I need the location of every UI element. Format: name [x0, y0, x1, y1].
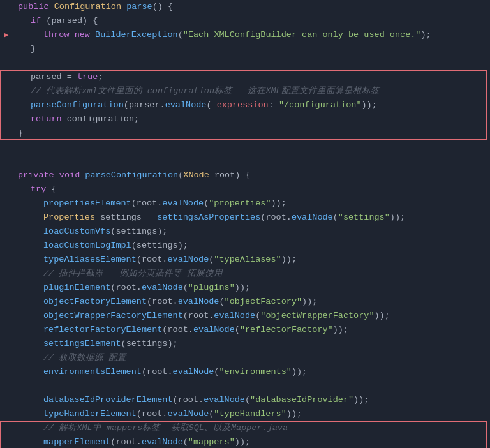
- code-text: if (parsed) {: [13, 14, 98, 28]
- code-text: throw new BuilderException("Each XMLConf…: [13, 28, 431, 42]
- token-fn: evalNode: [142, 283, 183, 292]
- token-plain: [209, 170, 214, 180]
- token-plain: (: [183, 437, 188, 447]
- code-line: [0, 154, 490, 168]
- token-str: "settings": [338, 213, 390, 222]
- code-line: typeAliasesElement(root.evalNode("typeAl…: [0, 253, 490, 267]
- token-plain: (: [333, 213, 338, 222]
- code-text: pluginElement(root.evalNode("plugins"));: [13, 281, 250, 295]
- code-text: }: [13, 126, 23, 140]
- code-text: objectFactoryElement(root.evalNode("obje…: [13, 295, 317, 309]
- token-plain: ));: [375, 311, 390, 320]
- code-line: private void parseConfiguration(XNode ro…: [0, 168, 490, 183]
- token-str: "objectFactory": [225, 297, 302, 306]
- token-str: "mappers": [188, 437, 235, 447]
- token-str: "Each XMLConfigBuilder can only be used …: [183, 30, 421, 40]
- token-plain: ));: [281, 255, 297, 264]
- token-plain: =: [142, 213, 157, 222]
- code-text: parseConfiguration(parser.evalNode( expr…: [13, 98, 377, 112]
- code-line: environmentsElement(root.evalNode("envir…: [0, 365, 490, 379]
- token-fn: mapperElement: [43, 437, 110, 447]
- token-kw: new: [75, 30, 90, 40]
- token-plain: settings: [100, 213, 142, 222]
- token-plain: (: [219, 297, 224, 306]
- token-plain: :: [269, 100, 279, 110]
- token-plain: parser.: [129, 100, 165, 110]
- code-line: parseConfiguration(parser.evalNode( expr…: [0, 98, 490, 112]
- token-plain: (: [124, 100, 129, 110]
- token-fn: evalNode: [178, 297, 219, 306]
- token-plain: }: [18, 128, 23, 138]
- token-kw: if: [31, 16, 41, 26]
- token-plain: (root.: [183, 311, 214, 320]
- code-line: // 代表解析xml文件里面的 configuration标签 这在XML配置文…: [0, 84, 490, 98]
- token-plain: [121, 2, 126, 11]
- token-kw: return: [31, 114, 62, 124]
- token-plain: [90, 30, 95, 40]
- code-line: return configuration;: [0, 112, 490, 126]
- code-line: Properties settings = settingsAsProperti…: [0, 211, 490, 225]
- code-text: return configuration;: [13, 112, 139, 126]
- token-fn: databaseIdProviderElement: [43, 395, 173, 405]
- token-fn: BuilderException: [95, 30, 178, 40]
- token-plain: );: [420, 30, 431, 40]
- code-text: parsed = true;: [13, 70, 103, 84]
- code-text: environmentsElement(root.evalNode("envir…: [13, 365, 307, 379]
- code-line: loadCustomVfs(settings);: [0, 225, 490, 239]
- code-line: }: [0, 126, 490, 140]
- code-text: public Configuration parse() {: [13, 0, 173, 14]
- token-kw: public: [18, 2, 49, 11]
- code-line: parsed = true;: [0, 70, 490, 84]
- token-plain: (: [41, 16, 51, 26]
- token-plain: {: [46, 184, 56, 194]
- token-str: "environments": [219, 367, 291, 377]
- code-editor: public Configuration parse() {if (parsed…: [0, 0, 490, 448]
- token-fn: settingsAsProperties: [157, 213, 260, 222]
- token-plain: [62, 114, 67, 124]
- token-fn: loadCustomVfs: [43, 227, 110, 236]
- token-str: "objectWrapperFactory": [260, 311, 374, 320]
- code-text: typeHandlerElement(root.evalNode("typeHa…: [13, 407, 302, 421]
- token-plain: (: [183, 283, 188, 292]
- token-fn: evalNode: [167, 409, 209, 419]
- token-plain: (settings);: [110, 227, 167, 236]
- code-line: typeHandlerElement(root.evalNode("typeHa…: [0, 407, 490, 421]
- token-plain: =: [62, 72, 77, 82]
- token-fn: typeHandlerElement: [43, 409, 137, 419]
- token-param-name: expression: [217, 100, 269, 110]
- token-plain: ));: [235, 283, 250, 292]
- token-fn: evalNode: [142, 437, 183, 447]
- token-plain: (root.: [137, 409, 168, 419]
- token-plain: (root.: [162, 325, 193, 334]
- code-text: private void parseConfiguration(XNode ro…: [13, 168, 251, 183]
- token-plain: (root.: [142, 367, 173, 377]
- token-fn: evalNode: [214, 311, 255, 320]
- token-plain: parsed: [51, 16, 82, 26]
- gutter-arrow: ▶: [0, 28, 13, 42]
- token-plain: [70, 30, 75, 40]
- token-plain: (root.: [110, 283, 142, 292]
- token-plain: ));: [390, 213, 405, 222]
- code-line: // 获取数据源 配置: [0, 351, 490, 365]
- token-str: "reflectorFactory": [240, 325, 333, 334]
- token-str: "typeHandlers": [214, 409, 286, 419]
- token-str: "databaseIdProvider": [250, 395, 353, 405]
- token-kw: private: [18, 170, 54, 180]
- token-plain: configuration: [67, 114, 134, 124]
- code-line: // 解析XML中 mappers标签 获取SQL、以及Mapper.java: [0, 421, 490, 435]
- code-line: reflectorFactoryElement(root.evalNode("r…: [0, 323, 490, 337]
- code-line: // 插件拦截器 例如分页插件等 拓展使用: [0, 267, 490, 281]
- code-text: // 代表解析xml文件里面的 configuration标签 这在XML配置文…: [13, 84, 380, 98]
- token-plain: (root.: [110, 437, 142, 447]
- code-line: [0, 56, 490, 70]
- token-comment-zh: // 代表解析xml文件里面的 configuration标签 这在XML配置文…: [31, 86, 380, 96]
- token-fn: typeAliasesElement: [43, 255, 137, 264]
- code-text: // 插件拦截器 例如分页插件等 拓展使用: [13, 267, 223, 281]
- token-fn: evalNode: [204, 395, 245, 405]
- code-text: propertiesElement(root.evalNode("propert…: [13, 197, 286, 211]
- token-plain: (: [235, 325, 240, 334]
- code-line: try {: [0, 183, 490, 197]
- code-text: reflectorFactoryElement(root.evalNode("r…: [13, 323, 348, 337]
- code-text: typeAliasesElement(root.evalNode("typeAl…: [13, 253, 297, 267]
- token-fn: objectWrapperFactoryElement: [43, 311, 183, 320]
